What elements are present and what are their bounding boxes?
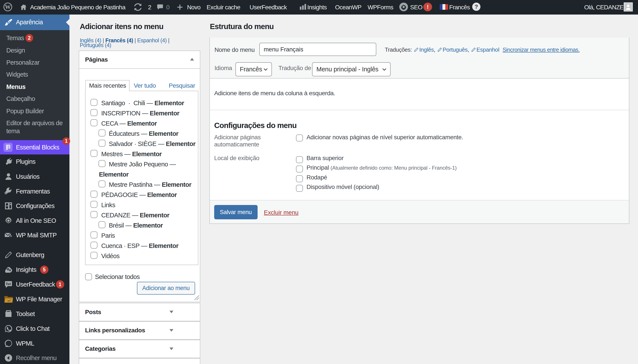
svg-text:W: W: [5, 4, 11, 10]
